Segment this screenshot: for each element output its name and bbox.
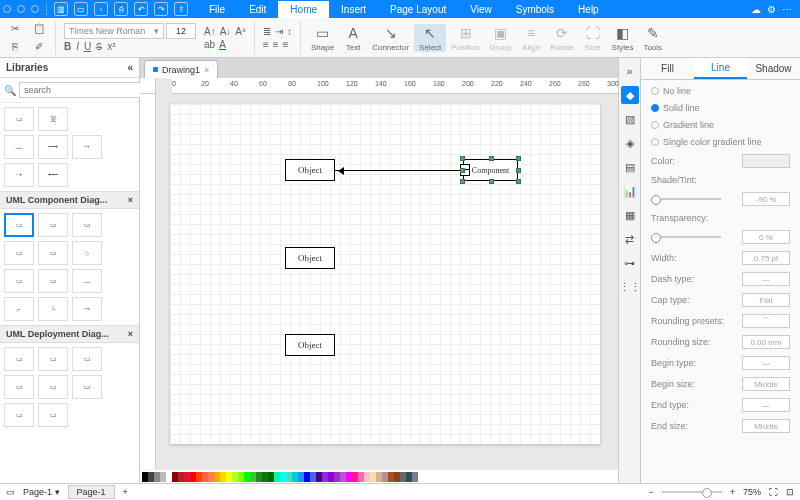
expand-icon[interactable]: » (621, 62, 639, 80)
line-type-none[interactable]: No line (651, 86, 790, 96)
zoom-value[interactable]: 75% (743, 487, 761, 497)
line-type-single-gradient[interactable]: Single color gradient line (651, 137, 790, 147)
width-input[interactable]: 0.75 pt (742, 251, 790, 265)
canvas-object[interactable]: Object (285, 334, 335, 356)
selection-handle[interactable] (460, 156, 465, 161)
shape-dep3[interactable]: ▭ (72, 347, 102, 371)
shape-dep1[interactable]: ▭ (4, 347, 34, 371)
shape-comp8[interactable]: ▭ (38, 269, 68, 293)
canvas-object[interactable]: Object (285, 159, 335, 181)
shape-comp11[interactable]: └ (38, 297, 68, 321)
arrange-tool-icon[interactable]: ⇄ (621, 230, 639, 248)
tool-connector[interactable]: ↘Connector (367, 24, 414, 52)
prop-tab-line[interactable]: Line (694, 58, 747, 79)
selection-handle[interactable] (460, 168, 465, 173)
shape-actor[interactable]: 웃 (38, 107, 68, 131)
new-doc-icon[interactable]: ▥ (54, 2, 68, 16)
shape-comp3[interactable]: ▭ (72, 213, 102, 237)
align-center-icon[interactable]: ≡ (273, 39, 279, 50)
cut-icon[interactable]: ✂ (7, 21, 23, 37)
highlight-icon[interactable]: ab (204, 39, 215, 50)
shape-comp6[interactable]: ○ (72, 241, 102, 265)
shape-comp12[interactable]: ⊸ (72, 297, 102, 321)
menu-help[interactable]: Help (566, 1, 611, 18)
line-type-gradient[interactable]: Gradient line (651, 120, 790, 130)
more-icon[interactable]: ⋯ (782, 4, 792, 15)
menu-view[interactable]: View (458, 1, 504, 18)
beginsz-input[interactable]: Middle (742, 377, 790, 391)
shade-value[interactable]: -90 % (742, 192, 790, 206)
page-select[interactable]: Page-1 ▾ (23, 487, 60, 497)
canvas-component[interactable]: Component (463, 159, 518, 181)
copy-icon[interactable]: ⎘ (7, 39, 23, 55)
menu-insert[interactable]: Insert (329, 1, 378, 18)
window-close-icon[interactable] (3, 5, 11, 13)
layers-tool-icon[interactable]: ◈ (621, 134, 639, 152)
shape-rect[interactable]: ▭ (4, 107, 34, 131)
strike-button[interactable]: S̶ (96, 41, 102, 52)
format-painter-icon[interactable]: ✐ (31, 39, 47, 55)
shape-comp5[interactable]: ▭ (38, 241, 68, 265)
selection-handle[interactable] (489, 179, 494, 184)
color-input[interactable] (742, 154, 790, 168)
menu-page-layout[interactable]: Page Layout (378, 1, 458, 18)
tool-tools[interactable]: ✎Tools (638, 24, 667, 52)
redo-icon[interactable]: ↷ (154, 2, 168, 16)
font-increase-icon[interactable]: A↑ (204, 26, 216, 37)
undo-icon[interactable]: ↶ (134, 2, 148, 16)
zoom-in-icon[interactable]: + (730, 487, 735, 497)
shape-dep8[interactable]: ▭ (38, 403, 68, 427)
shape-dep6[interactable]: ▭ (72, 375, 102, 399)
color-swatch[interactable] (412, 472, 418, 482)
transparency-value[interactable]: 0 % (742, 230, 790, 244)
tool-styles[interactable]: ◧Styles (607, 24, 639, 52)
collapse-icon[interactable]: « (127, 62, 133, 73)
shape-dep7[interactable]: ▭ (4, 403, 34, 427)
lib-section-deployment[interactable]: UML Deployment Diag...× (0, 325, 139, 343)
settings-icon[interactable]: ⚙ (767, 4, 776, 15)
shape-line1[interactable]: — (4, 135, 34, 159)
export-icon[interactable]: ⇪ (174, 2, 188, 16)
image-tool-icon[interactable]: ▧ (621, 110, 639, 128)
tool-select[interactable]: ↖Select (414, 24, 446, 52)
zoom-slider[interactable] (662, 491, 722, 493)
close-tab-icon[interactable]: × (204, 65, 209, 75)
superscript-button[interactable]: x² (107, 41, 115, 52)
shape-dep4[interactable]: ▭ (4, 375, 34, 399)
menu-edit[interactable]: Edit (237, 1, 278, 18)
line-spacing-icon[interactable]: ↕ (287, 26, 292, 37)
zoom-out-icon[interactable]: − (648, 487, 653, 497)
font-select[interactable]: Times New Roman▾ (64, 23, 164, 39)
fullscreen-icon[interactable]: ⊡ (786, 487, 794, 497)
line-type-solid[interactable]: Solid line (651, 103, 790, 113)
menu-home[interactable]: Home (278, 1, 329, 18)
selection-handle[interactable] (489, 156, 494, 161)
canvas-object[interactable]: Object (285, 247, 335, 269)
fit-page-icon[interactable]: ⛶ (769, 487, 778, 497)
chart-tool-icon[interactable]: 📊 (621, 182, 639, 200)
roundsz-input[interactable]: 0.00 mm (742, 335, 790, 349)
shape-comp2[interactable]: ▭ (38, 213, 68, 237)
shape-comp9[interactable]: — (72, 269, 102, 293)
endsz-input[interactable]: Middle (742, 419, 790, 433)
misc-tool-icon[interactable]: ⋮⋮ (621, 278, 639, 296)
tool-shape[interactable]: ▭Shape (306, 24, 339, 52)
selection-handle[interactable] (516, 168, 521, 173)
add-page-icon[interactable]: + (123, 487, 128, 497)
page-tab[interactable]: Page-1 (68, 485, 115, 499)
shape-comp10[interactable]: ⌐ (4, 297, 34, 321)
dash-input[interactable]: — (742, 272, 790, 286)
shape-line4[interactable]: ⇢ (4, 163, 34, 187)
end-input[interactable]: — (742, 398, 790, 412)
prop-tab-fill[interactable]: Fill (641, 58, 694, 79)
save-icon[interactable]: ▫ (94, 2, 108, 16)
style-tool-icon[interactable]: ◆ (621, 86, 639, 104)
document-tab[interactable]: Drawing1 × (144, 60, 218, 78)
shade-slider[interactable] (651, 198, 721, 200)
selection-handle[interactable] (460, 179, 465, 184)
menu-symbols[interactable]: Symbols (504, 1, 566, 18)
shape-line2[interactable]: ⟶ (38, 135, 68, 159)
bullet-icon[interactable]: ≣ (263, 26, 271, 37)
lib-section-component[interactable]: UML Component Diag...× (0, 191, 139, 209)
page-tool-icon[interactable]: ▤ (621, 158, 639, 176)
